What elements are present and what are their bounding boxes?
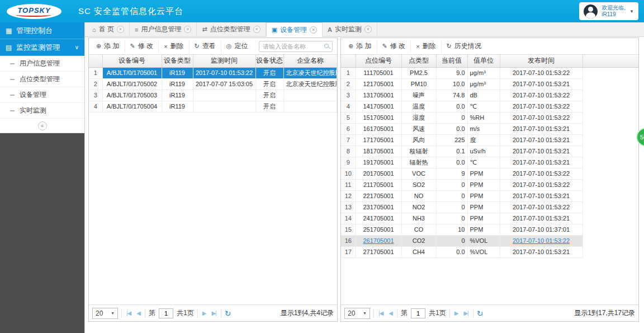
point-row[interactable]: 10 201705001 VOC 9 PPM 2017-07-10 01:53:… (341, 168, 638, 179)
collapse-sidebar-button[interactable]: « (38, 121, 47, 130)
toolbar-button[interactable]: ⊕ 添 加 (91, 40, 125, 53)
toolbar-button[interactable]: ✎ 修 改 (377, 40, 411, 53)
point-row[interactable]: 14 241705001 NH3 0 PPM 2017-07-10 01:53:… (341, 213, 638, 224)
next-page-button[interactable]: ▶ (201, 310, 207, 316)
tab-close-icon[interactable]: × (117, 26, 124, 33)
pager-summary: 显示1到17,共17记录 (574, 308, 635, 318)
cell-publish-time: 2017-07-10 01:53:22 (500, 235, 583, 246)
point-row[interactable]: 1 111705001 PM2.5 9.0 μg/m³ 2017-07-10 0… (341, 67, 638, 78)
chevron-down-icon: ∨ (75, 44, 79, 50)
content-panels: ⊕ 添 加 ✎ 修 改 × 删除 (85, 37, 644, 333)
refresh-icon[interactable]: ↻ (477, 309, 484, 318)
user-menu[interactable]: 欢迎光临, iR119 ▼ (579, 2, 638, 20)
last-page-button[interactable]: ▶| (462, 310, 469, 316)
device-row[interactable]: 1 A/BJLT/0/1705001 iR119 2017-07-10 01:5… (89, 67, 337, 78)
tab-close-icon[interactable]: × (364, 26, 372, 33)
last-page-button[interactable]: ▶| (210, 310, 217, 316)
toolbar-button[interactable]: ⊕ 添 加 (343, 40, 377, 53)
cell-point-type: CO (401, 224, 436, 235)
cell-publish-time: 2017-07-10 01:53:21 (500, 123, 583, 134)
page-size-select[interactable]: 20 ▼ (344, 308, 370, 319)
point-row[interactable]: 15 251705001 CO 10 PPM 2017-07-10 01:37:… (341, 224, 638, 235)
sidebar-item[interactable]: 设备管理 (0, 87, 84, 103)
cell-filler (583, 168, 638, 179)
cell-device-code: A/BJLT/0/1705002 (102, 78, 162, 90)
toolbar-button-icon: ✎ (382, 43, 387, 50)
column-header: 当前值 (436, 55, 467, 67)
tab[interactable]: ⌂ 首 页 × (87, 22, 130, 36)
device-row[interactable]: 4 A/BJLT/0/1705004 iR119 开启 (89, 101, 337, 112)
sidebar-section-monitoring[interactable]: ▤ 监控监测管理 ∨ (0, 39, 84, 56)
device-row[interactable]: 3 A/BJLT/0/1705003 iR119 开启 (89, 90, 337, 101)
point-row[interactable]: 8 181705001 核辐射 0.1 uSv/h 2017-07-10 01:… (341, 146, 638, 157)
cell-publish-time: 2017-07-10 01:53:21 (500, 134, 583, 146)
point-row[interactable]: 9 191705001 辐射热 0.0 ℃ 2017-07-10 01:53:2… (341, 157, 638, 168)
sidebar-section-label: 监控监测管理 (16, 43, 60, 53)
toolbar-button[interactable]: × 删除 (410, 40, 441, 53)
toolbar-button[interactable]: ↻ 历史情况 (441, 40, 486, 53)
search-input[interactable] (259, 41, 333, 52)
tab-label: 首 页 (99, 25, 114, 34)
point-row[interactable]: 6 161705001 风速 0.0 m/s 2017-07-10 01:53:… (341, 123, 638, 134)
cell-current-value: 0.0 (436, 246, 467, 257)
sidebar-item-label: 点位类型管理 (20, 74, 60, 84)
toolbar-button-label: 查看 (202, 41, 216, 51)
cell-current-value: 9 (436, 168, 467, 179)
cell-publish-time: 2017-07-10 01:53:22 (500, 101, 583, 112)
point-row[interactable]: 17 271705001 CH4 0.0 %VOL 2017-07-10 01:… (341, 246, 638, 257)
column-header: 点类型 (401, 55, 436, 67)
refresh-icon[interactable]: ↻ (225, 309, 231, 318)
cell-point-type: SO2 (401, 179, 436, 190)
tab[interactable]: A 实时监测 × (323, 22, 377, 36)
sidebar-item[interactable]: 实时监测 (0, 103, 84, 119)
cell-filler (583, 157, 638, 168)
cell-publish-time: 2017-07-10 01:53:22 (500, 112, 583, 123)
first-page-button[interactable]: |◀ (377, 310, 384, 316)
cell-device-code: A/BJLT/0/1705003 (102, 90, 162, 101)
tab[interactable]: ⇄ 点位类型管理 × (197, 22, 266, 36)
point-toolbar: ⊕ 添 加 ✎ 修 改 × 删除 (341, 38, 638, 55)
page-number-input[interactable] (411, 308, 425, 318)
tab-close-icon[interactable]: × (184, 26, 191, 33)
point-panel: ⊕ 添 加 ✎ 修 改 × 删除 (340, 37, 639, 322)
point-row[interactable]: 11 211705001 SO2 0 PPM 2017-07-10 01:53:… (341, 179, 638, 190)
point-row[interactable]: 2 121705001 PM10 10.0 μg/m³ 2017-07-10 0… (341, 78, 638, 90)
point-row[interactable]: 7 171705001 风向 225 度 2017-07-10 01:53:21 (341, 134, 638, 146)
sidebar-item-label: 用户信息管理 (20, 59, 60, 68)
column-header: 设备编号 (102, 55, 162, 67)
point-row[interactable]: 4 141705001 温度 0.0 ℃ 2017-07-10 01:53:22 (341, 101, 638, 112)
sidebar-item[interactable]: 点位类型管理 (0, 72, 84, 87)
cell-device-code: A/BJLT/0/1705001 (102, 67, 162, 78)
sidebar-item[interactable]: 用户信息管理 (0, 56, 84, 72)
toolbar-button[interactable]: ◎ 定位 (221, 40, 253, 53)
column-header (341, 55, 356, 67)
first-page-button[interactable]: |◀ (125, 310, 132, 316)
point-row[interactable]: 13 231705001 NO2 0 PPM 2017-07-10 01:53:… (341, 201, 638, 213)
toolbar-button[interactable]: × 删除 (158, 40, 188, 53)
sidebar-section-console[interactable]: ▦ 管理控制台 (0, 22, 84, 39)
page-number-input[interactable] (159, 308, 173, 318)
toolbar-button[interactable]: ↻ 查看 (189, 40, 221, 53)
search-icon[interactable] (324, 44, 329, 48)
prev-page-button[interactable]: ◀ (135, 310, 141, 316)
toolbar-button[interactable]: ✎ 修 改 (125, 40, 159, 53)
point-row[interactable]: 5 151705001 湿度 0 %RH 2017-07-10 01:53:22 (341, 112, 638, 123)
page-size-select[interactable]: 20 ▼ (92, 308, 118, 319)
cell-publish-time: 2017-07-10 01:53:22 (500, 90, 583, 101)
tab-close-icon[interactable]: × (253, 26, 261, 33)
topsky-logo[interactable]: TOPSKY (7, 4, 61, 19)
cell-company-name: 北京凌天世纪控股股份有限 (283, 78, 337, 90)
prev-page-button[interactable]: ◀ (387, 310, 394, 316)
device-row[interactable]: 2 A/BJLT/0/1705002 iR119 2017-07-07 15:0… (89, 78, 337, 90)
cell-point-type: NO2 (401, 201, 436, 213)
tab[interactable]: ≡ 用户信息管理 × (130, 22, 197, 36)
cell-filler (583, 101, 638, 112)
cell-current-value: 0.1 (436, 146, 467, 157)
tab-close-icon[interactable]: × (310, 26, 317, 34)
point-row[interactable]: 12 221705001 NO 0 PPM 2017-07-10 01:53:2… (341, 190, 638, 201)
next-page-button[interactable]: ▶ (453, 310, 460, 316)
point-row[interactable]: 16 261705001 CO2 0 %VOL 2017-07-10 01:53… (341, 235, 638, 246)
tab[interactable]: ▣ 设备管理 × (266, 22, 323, 37)
cell-point-type: CO2 (401, 235, 436, 246)
point-row[interactable]: 3 131705001 噪声 74.8 dB 2017-07-10 01:53:… (341, 90, 638, 101)
